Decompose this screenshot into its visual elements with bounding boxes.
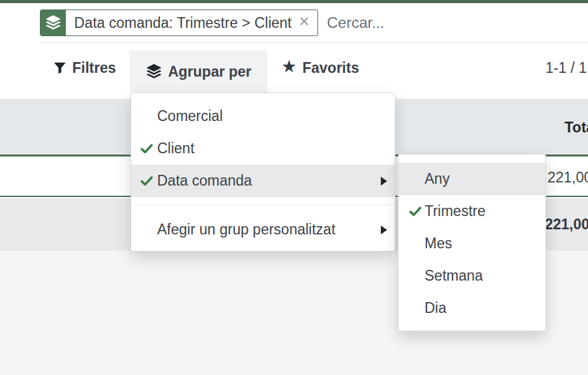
- star-icon: ★: [281, 58, 297, 75]
- column-header-total[interactable]: Total: [565, 99, 588, 156]
- menu-item-data-comanda[interactable]: Data comanda: [131, 165, 395, 197]
- menu-item-mes[interactable]: Mes: [399, 227, 546, 260]
- favorites-button[interactable]: ★ Favorits: [281, 43, 359, 92]
- menu-item-label: Dia: [425, 300, 447, 317]
- search-input[interactable]: [327, 14, 588, 32]
- facet-value: Data comanda: Trimestre > Client: [74, 15, 291, 32]
- layers-icon: [146, 64, 162, 79]
- menu-item-label: Any: [425, 170, 450, 188]
- footer-total-cell: 221,00: [545, 198, 588, 251]
- menu-item-label: Afegir un grup personalitzat: [157, 221, 335, 238]
- filter-icon: [53, 61, 67, 75]
- menu-item-add-custom-group[interactable]: Afegir un grup personalitzat: [131, 213, 395, 246]
- search-facet-groupby[interactable]: Data comanda: Trimestre > Client ×: [40, 10, 318, 36]
- submenu-arrow-icon: [381, 177, 387, 186]
- menu-item-dia[interactable]: Dia: [399, 292, 546, 324]
- menu-item-client[interactable]: Client: [131, 132, 395, 165]
- check-icon: [141, 176, 153, 186]
- group-by-menu: Comercial Client Data comanda Afegir un …: [131, 92, 395, 251]
- submenu-arrow-icon: [381, 226, 387, 234]
- screen: Data comanda: Trimestre > Client × Filtr…: [0, 0, 588, 375]
- check-icon: [409, 207, 421, 217]
- facet-remove-icon[interactable]: ×: [299, 13, 309, 30]
- menu-item-trimestre[interactable]: Trimestre: [399, 195, 546, 227]
- menu-item-label: Comercial: [157, 108, 223, 125]
- menu-item-label: Trimestre: [425, 203, 485, 220]
- menu-separator: [131, 205, 395, 205]
- menu-item-label: Setmana: [425, 267, 483, 284]
- group-by-label: Agrupar per: [168, 63, 252, 80]
- group-by-button[interactable]: Agrupar per: [130, 51, 267, 92]
- interval-menu: Any Trimestre Mes Setmana Dia: [398, 154, 546, 331]
- filters-button[interactable]: Filtres: [53, 43, 116, 92]
- favorites-label: Favorits: [302, 60, 359, 77]
- layers-icon: [41, 10, 66, 35]
- pager[interactable]: 1-1 / 1: [546, 43, 587, 92]
- search-bar: Data comanda: Trimestre > Client ×: [40, 3, 588, 43]
- control-panel: Filtres Agrupar per ★ Favorits 1-1 / 1: [0, 43, 588, 92]
- menu-item-setmana[interactable]: Setmana: [399, 260, 546, 292]
- menu-item-label: Client: [157, 140, 195, 157]
- menu-item-label: Mes: [425, 235, 452, 252]
- filters-label: Filtres: [72, 60, 116, 77]
- facet-body: Data comanda: Trimestre > Client ×: [66, 10, 317, 35]
- check-icon: [141, 144, 153, 154]
- menu-item-comercial[interactable]: Comercial: [131, 100, 395, 132]
- menu-item-label: Data comanda: [157, 172, 252, 189]
- menu-item-any[interactable]: Any: [399, 163, 546, 195]
- group-total-cell: 221,00: [547, 158, 588, 197]
